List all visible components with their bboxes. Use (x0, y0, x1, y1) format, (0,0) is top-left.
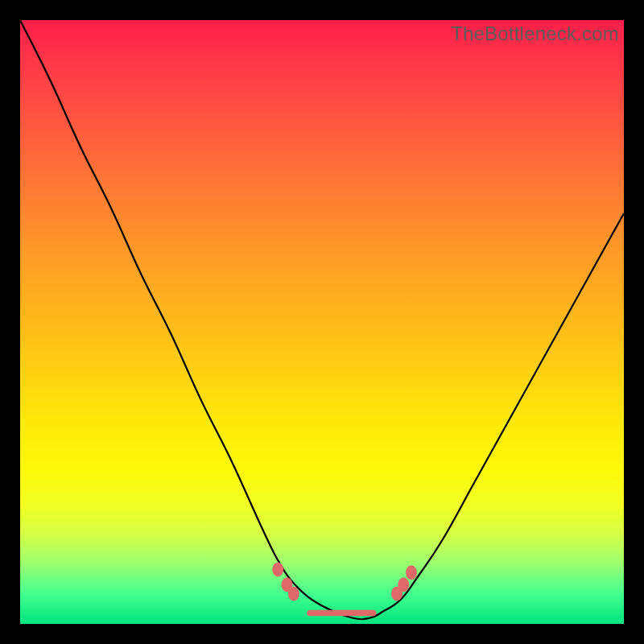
marker-dot (272, 563, 283, 577)
chart-frame: TheBottleneck.com (0, 0, 644, 644)
optimal-range-bar (307, 610, 376, 617)
marker-dot (288, 587, 299, 601)
chart-svg (20, 20, 624, 624)
marker-dot (398, 577, 409, 592)
bottleneck-curve (20, 20, 624, 619)
markers-left (272, 563, 299, 601)
marker-dot (406, 565, 417, 580)
plot-area: TheBottleneck.com (20, 20, 624, 624)
